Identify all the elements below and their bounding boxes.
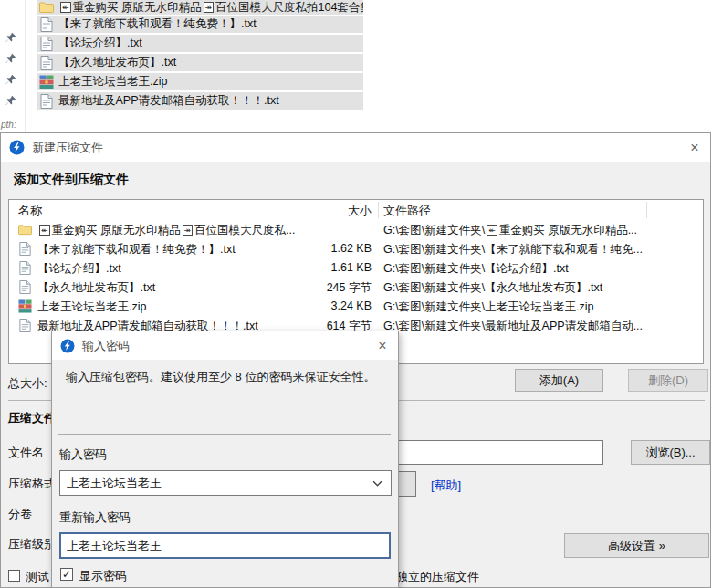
list-item-txt[interactable]: 最新地址及APP请发邮箱自动获取！！！.txt xyxy=(37,92,363,110)
dialog-title: 新建压缩文件 xyxy=(32,140,103,156)
column-header-size[interactable]: 大小 xyxy=(283,203,372,219)
pin-icon xyxy=(5,74,16,85)
close-icon[interactable]: × xyxy=(367,331,398,360)
left-arrows-icon: ↞ xyxy=(39,225,50,236)
file-path: G:\套图\新建文件夹\【永久地址发布页】.txt xyxy=(383,280,648,296)
column-divider xyxy=(378,202,379,218)
level-label: 压缩级别 xyxy=(8,536,56,552)
archive-file-section-label: 压缩文件 xyxy=(8,410,56,426)
password-titlebar[interactable]: 输入密码 × xyxy=(52,331,398,360)
password-hint-text: 输入压缩包密码。建议使用至少 8 位的密码来保证安全性。 xyxy=(66,369,390,385)
format-label: 压缩格式 xyxy=(8,476,56,492)
archive-icon xyxy=(18,299,32,313)
file-size: 1.62 KB xyxy=(283,242,372,255)
right-arrows-icon: ↠ xyxy=(204,2,215,13)
test-checkbox-label: 测试 xyxy=(26,569,49,585)
folder-icon xyxy=(18,223,32,236)
file-path: G:\套图\新建文件夹\【论坛介绍】.txt xyxy=(383,261,648,277)
pin-icon xyxy=(5,95,16,106)
confirm-password-label: 重新输入密码 xyxy=(59,509,131,526)
file-name: 【论坛介绍】.txt xyxy=(58,36,142,51)
table-header: 名称 大小 文件路径 xyxy=(9,200,703,220)
list-item-folder[interactable]: ↞重金购买 原版无水印精品↠百位国模大尺度私拍104套合集 xyxy=(37,0,363,15)
text-file-icon xyxy=(18,280,32,294)
file-path: G:\套图\新建文件夹\最新地址及APP请发邮箱自动... xyxy=(383,319,648,334)
text-file-icon xyxy=(39,17,54,32)
password-value: 上老王论坛当老王 xyxy=(67,475,162,491)
delete-button[interactable]: 删除(D) xyxy=(628,369,708,392)
table-row[interactable]: 【论坛介绍】.txt 1.61 KB G:\套图\新建文件夹\【论坛介绍】.tx… xyxy=(9,258,703,278)
advanced-settings-button[interactable]: 高级设置 » xyxy=(564,533,709,558)
bandizip-icon xyxy=(9,140,25,155)
list-item-txt[interactable]: 【永久地址发布页】.txt xyxy=(37,54,363,71)
new-archive-titlebar[interactable]: 新建压缩文件 × xyxy=(1,133,710,162)
confirm-password-input[interactable] xyxy=(59,532,391,559)
pin-icon xyxy=(5,32,16,43)
pin-icon xyxy=(5,53,16,64)
list-item-txt[interactable]: 【论坛介绍】.txt xyxy=(37,35,363,52)
divider xyxy=(58,434,391,435)
file-size: 3.24 KB xyxy=(283,299,372,312)
text-file-icon xyxy=(39,94,54,109)
file-name: 【永久地址发布页】.txt xyxy=(58,55,176,70)
list-item-txt[interactable]: 【来了就能下载和观看！纯免费！】.txt xyxy=(37,16,363,33)
explorer-pane-divider xyxy=(25,0,26,132)
column-header-path[interactable]: 文件路径 xyxy=(383,203,431,219)
test-checkbox[interactable] xyxy=(8,570,20,582)
separate-archive-label-fragment: 独立的压缩文件 xyxy=(396,569,479,585)
file-path: G:\套图\新建文件夹\上老王论坛当老王.zip xyxy=(383,299,648,315)
screen: ↞重金购买 原版无水印精品↠百位国模大尺度私拍104套合集 【来了就能下载和观看… xyxy=(0,0,712,588)
table-row[interactable]: 上老王论坛当老王.zip 3.24 KB G:\套图\新建文件夹\上老王论坛当老… xyxy=(9,297,703,316)
password-combobox[interactable]: 上老王论坛当老王 xyxy=(59,470,392,496)
password-label: 输入密码 xyxy=(59,446,107,463)
enter-password-dialog: 输入密码 × 输入压缩包密码。建议使用至少 8 位的密码来保证安全性。 输入密码… xyxy=(51,331,399,588)
text-file-icon xyxy=(18,319,32,332)
file-size: 1.61 KB xyxy=(283,261,372,274)
browse-button[interactable]: 浏览(B)... xyxy=(631,440,710,465)
help-link[interactable]: [帮助] xyxy=(431,478,461,494)
total-size-label: 总大小: xyxy=(8,375,47,392)
chevron-down-icon xyxy=(372,480,382,487)
clipped-text-fragment: pth: xyxy=(1,120,16,130)
file-name: 上老王论坛当老王.zip xyxy=(58,74,167,89)
volume-label: 分卷 xyxy=(8,506,32,522)
right-arrows-icon: ↠ xyxy=(183,225,194,236)
table-row[interactable]: 【来了就能下载和观看！纯免费！】.txt 1.62 KB G:\套图\新建文件夹… xyxy=(9,239,703,258)
text-file-icon xyxy=(18,242,32,256)
close-icon[interactable]: × xyxy=(679,133,710,162)
file-name: 最新地址及APP请发邮箱自动获取！！！.txt xyxy=(58,93,279,109)
folder-icon xyxy=(39,0,54,15)
column-divider xyxy=(646,202,647,218)
file-name: ↞重金购买 原版无水印精品↠百位国模大尺度私拍104套合集 xyxy=(58,0,363,15)
file-name: 【来了就能下载和观看！纯免费！】.txt xyxy=(58,16,257,32)
bandizip-icon xyxy=(60,339,75,353)
text-file-icon xyxy=(39,56,54,70)
table-row[interactable]: ↞重金购买 原版无水印精品↠百位国模大尺度私... G:\套图\新建文件夹\↞重… xyxy=(9,220,703,239)
file-path: G:\套图\新建文件夹\【来了就能下载和观看！纯免... xyxy=(383,242,648,257)
show-password-label: 显示密码 xyxy=(79,568,127,584)
filename-label: 文件名 xyxy=(8,445,44,461)
section-title: 添加文件到压缩文件 xyxy=(14,172,129,188)
list-item-zip[interactable]: 上老王论坛当老王.zip xyxy=(37,73,363,90)
add-button[interactable]: 添加(A) xyxy=(515,369,603,392)
dialog-title: 输入密码 xyxy=(82,338,130,354)
archive-icon xyxy=(39,75,54,89)
left-arrows-icon: ↞ xyxy=(60,2,71,13)
table-row[interactable]: 【永久地址发布页】.txt 245 字节 G:\套图\新建文件夹\【永久地址发布… xyxy=(9,278,703,297)
text-file-icon xyxy=(18,261,32,275)
file-path: G:\套图\新建文件夹\↞重金购买 原版无水印精品... xyxy=(383,223,648,238)
file-name: ↞重金购买 原版无水印精品↠百位国模大尺度私... xyxy=(37,223,359,238)
show-password-checkbox[interactable]: ✓ xyxy=(60,568,73,581)
column-header-name[interactable]: 名称 xyxy=(18,203,42,219)
left-arrows-icon: ↞ xyxy=(487,225,497,236)
file-size: 245 字节 xyxy=(283,280,372,296)
text-file-icon xyxy=(39,37,54,51)
